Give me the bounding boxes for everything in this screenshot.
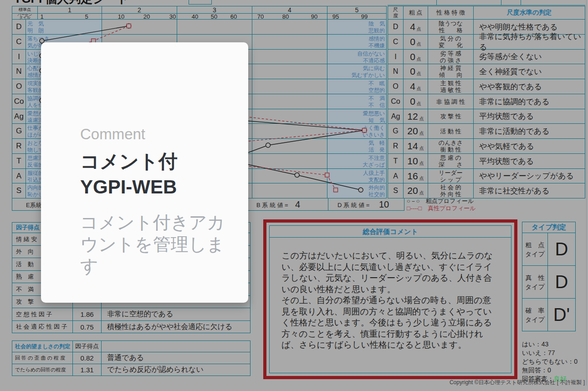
percentile-tick-label: 99 [359,13,370,20]
top-stub-line [211,0,212,4]
type-value-2: D' [548,299,576,331]
score-raw-G: 20点 [404,124,428,139]
score-raw-T: 10点 [404,154,428,169]
score-scale-D: D [388,20,404,35]
percentile-tick-label: 90 [309,13,320,20]
score-unit: 点 [419,145,424,152]
percentile-tick-label: 1 [36,13,47,20]
percentile-tick-label: 20 [141,13,152,20]
type-label-0: 粗 点 タイプ [522,233,548,266]
score-header-scale: 尺 度 [388,6,404,20]
standard-score-section-3: 3 [177,6,252,14]
trait-label-right-D: 陰 気 悲観的 [298,20,385,34]
social-header-title: 社会的望ましさの判定 [12,340,73,352]
d-value-label: D 系 統 値 = [337,201,369,209]
b-value-label: B 系 統 値 = [256,201,288,209]
score-raw-O: 4点 [404,79,428,94]
scale-letter-D: D [12,20,26,35]
stat-value: 77 [548,349,555,356]
stat-label: どちらでもない： [522,358,574,365]
copyright-text: Copyright ©日本心理テスト研究所株式会社 [ 不許複製 ] [450,379,585,386]
score-unit: 点 [417,71,421,77]
stat-value: 0 [547,366,551,374]
trait-label-right-T: 不注意 大ざっぱ [298,155,385,168]
score-judgment-I: 劣等感が全くない [474,50,585,64]
page-title: YGPI 個人判定シート [14,0,129,7]
percentile-tick-label: 5 [81,13,92,20]
score-header-judgment: 尺度水準の判定 [474,6,585,20]
score-scale-G: G [388,124,404,139]
type-label-2: 確 率 タイプ [522,299,548,331]
stat-どちらでもない: どちらでもない：0 [522,358,578,366]
score-trait-Co: 非 協 調 性 [428,94,474,109]
top-stub-line [189,4,212,5]
scale-letter-O: O [12,79,26,94]
score-trait-N: 神 経 質 傾 向 [428,64,474,79]
score-judgment-A: ややリーダーシップがある [474,169,585,183]
stat-無回答: 無回答：0 [522,366,551,375]
score-judgment-R: やや気軽である [474,139,585,154]
score-trait-Ag: 攻 撃 性 [428,109,474,124]
score-judgment-C: 非常に気持ちが落ち着いている [474,35,585,50]
factor-label: 社 会 適 応 性 因 子 [12,321,73,333]
legend-true-profile: □----□ 真性プロフィール [407,204,476,213]
overall-comment-inner: 総合評価コメント この方はだいたいにおいて、明るい、気分にムラのない、必要以上に… [269,225,511,373]
top-stub-line [388,5,585,5]
score-header-raw: 粗 点 [404,6,428,20]
score-trait-O: 主 観 性 過 敏 性 [428,79,474,94]
scale-letter-A: A [12,169,26,183]
score-scale-Ag: Ag [388,109,404,124]
percentile-tick-label: 80 [280,13,291,20]
score-unit: 点 [419,160,424,167]
score-unit: 点 [419,130,424,137]
percentile-tick-cell [102,14,177,20]
score-header-trait: 性 格 特 徴 [428,6,474,20]
standard-score-section-4: 4 [252,6,327,14]
social-score: 1.31 [73,364,102,376]
score-raw-A: 16点 [404,169,428,183]
stat-label: 無回答： [522,366,547,374]
scale-letter-R: R [12,139,26,154]
stat-value: 0 [574,358,578,365]
scale-letter-G: G [12,124,26,139]
score-judgment-N: 全く神経質でない [474,64,585,79]
window-edge-line [586,0,587,386]
social-judgment: 普通である [102,352,251,364]
trait-label-right-R: 気 軽 活 発 [298,140,385,153]
score-raw-Ag: 12点 [404,109,428,124]
score-raw-D: 4点 [404,20,428,35]
scale-letter-S: S [12,183,26,198]
trait-label-right-I: 自信がない 不適応感 [298,51,385,64]
score-judgment-Ag: 平均状態である [474,109,585,124]
score-raw-I: 0点 [404,50,428,64]
percentile-tick-label: 10 [116,13,127,20]
standard-score-section-1: 1 [38,6,102,14]
score-unit: 点 [417,41,421,47]
comment-account-popup-card[interactable]: Comment コメント付 YGPI-WEB コメント付きアカウントを管理します [41,42,248,303]
type-value-0: D [548,233,576,266]
popup-title: コメント付 YGPI-WEB [80,149,178,200]
overall-comment-box: 総合評価コメント この方はだいたいにおいて、明るい、気分にムラのない、必要以上に… [263,219,517,379]
popup-description: コメント付きアカウントを管理します [80,212,240,277]
trait-label-right-Co: 不 満 不 信 [298,95,385,109]
score-scale-R: R [388,139,404,154]
score-unit: 点 [417,101,421,107]
stat-label: いいえ： [522,349,548,356]
top-stub-line [436,0,437,5]
score-raw-C: 0点 [404,35,428,50]
social-label: でたらめの回答の程度 [12,364,73,376]
social-judgment: でたらめ反応が認められない [102,364,251,376]
scale-letter-T: T [12,154,26,169]
type-value-1: D [548,266,576,299]
score-trait-G: 活 動 性 [428,124,474,139]
trait-label-right-O: 不 眠 空想的 [298,80,385,94]
score-scale-S: S [388,183,404,198]
score-trait-D: 陰うつな 性 格 [428,20,474,35]
factor-score: 1.86 [73,308,102,321]
percentile-tick-label: 70 [255,13,266,20]
score-judgment-Co: 非常に協調的である [474,94,585,109]
social-header-blank [102,340,251,352]
score-unit: 点 [419,116,424,122]
score-trait-A: リーダー シ ッ プ [428,169,474,183]
social-header-score: 因子得点 [73,340,102,352]
